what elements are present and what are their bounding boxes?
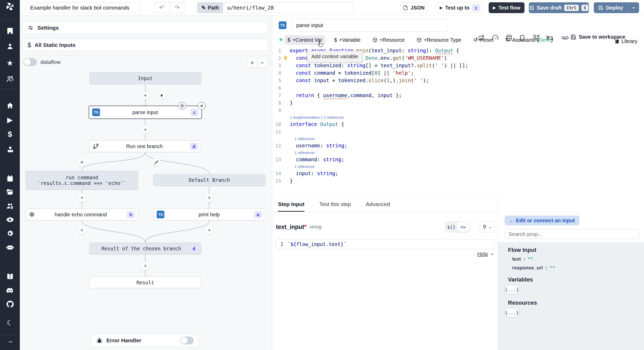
eye-icon[interactable] (0, 214, 20, 225)
gear-icon[interactable] (0, 228, 20, 239)
lightbulb-icon[interactable] (283, 56, 288, 61)
redo-button[interactable]: ↷ (170, 2, 185, 13)
library-button[interactable]: Library (611, 37, 640, 46)
code-line-4[interactable]: 4 const command = tokenized[0] || 'help'… (272, 69, 644, 77)
dollar-icon[interactable]: $ (0, 129, 20, 140)
flow-node-run-one-branch[interactable]: Run one branch d (89, 140, 201, 152)
remove-branch-button[interactable]: ✕ (78, 158, 86, 166)
code-line-7[interactable]: 7 return { username,command, input }; (272, 92, 644, 99)
assistants-button[interactable]: ↻Assistants (Deno) (502, 35, 556, 45)
flow-title-input[interactable]: Example handler for slack bot commands (26, 2, 140, 13)
code-line-9[interactable]: 9 (272, 107, 644, 114)
error-handler-toggle[interactable] (180, 337, 194, 344)
undo-button[interactable]: ↶ (154, 2, 170, 13)
trigger-step-button[interactable] (158, 91, 166, 100)
help-link[interactable]: Help (467, 251, 495, 257)
template-mode-button[interactable]: ${} (445, 222, 457, 232)
line-number: 7 (272, 93, 281, 98)
sidebar-divider (0, 335, 20, 335)
insert-step-button[interactable]: + (141, 126, 149, 134)
variables-expand-button[interactable]: {...} (505, 285, 519, 294)
flow-node-default-branch[interactable]: Default Branch (153, 174, 265, 186)
test-up-to-button[interactable]: ▶ Test up to c (437, 2, 483, 13)
insert-step-button[interactable]: + (141, 91, 149, 100)
code-line-10[interactable]: 10interface Output { (272, 121, 644, 128)
code-line-12[interactable]: 12 username: string; (272, 142, 644, 149)
insert-step-button[interactable]: + (205, 226, 213, 234)
deploy-dropdown-button[interactable] (628, 2, 639, 13)
flow-node-result-of-chosen-branch[interactable]: Result of the chosen branch d (89, 243, 201, 254)
codelens[interactable]: 1 implementation | 1 reference (272, 114, 644, 121)
close-icon: ✕ (80, 160, 84, 165)
codelens[interactable]: 1 reference (272, 163, 644, 170)
play-icon[interactable]: ▶ (0, 114, 20, 125)
flow-node-input[interactable]: Input (89, 72, 201, 84)
moon-icon[interactable]: ☾ (0, 317, 20, 328)
folder-open-icon[interactable] (0, 186, 20, 198)
building-icon[interactable] (0, 25, 20, 37)
insert-step-button[interactable]: + (141, 262, 149, 270)
flow-node-parse-input[interactable]: TS parse input c ✕ (89, 106, 202, 119)
arrow-right-icon[interactable]: → (0, 335, 20, 346)
delete-step-button[interactable]: ✕ (198, 102, 206, 110)
codelens[interactable]: 1 reference (272, 149, 644, 156)
code-editor[interactable]: 1export async function main(text_input: … (272, 47, 644, 185)
test-flow-button[interactable]: ▶ Test flow (489, 2, 524, 13)
add-branch-button[interactable] (152, 158, 160, 166)
resource-type-button[interactable]: +Resource Type (413, 35, 464, 45)
code-mode-button[interactable]: <> (457, 222, 469, 232)
code-line-15[interactable]: 15} (272, 177, 644, 185)
resources-expand-button[interactable]: {...} (505, 308, 519, 317)
tab-advanced[interactable]: Advanced (366, 197, 390, 212)
code-line-3[interactable]: 3 const tokenized: string[] = text_input… (272, 62, 644, 69)
tab-test-this-step[interactable]: Test this step (319, 197, 351, 212)
save-draft-button[interactable]: Save draft CtrlS (529, 2, 589, 13)
code-line-14[interactable]: 14 input: string; (272, 170, 644, 177)
step-name-input[interactable]: parse input (292, 19, 448, 32)
code-line-8[interactable]: 8} (272, 99, 644, 107)
required-mark: * (304, 224, 307, 230)
insert-step-button[interactable]: + (78, 226, 86, 234)
flow-node-handle-echo-command[interactable]: ✻ handle echo command h (26, 209, 138, 220)
user-icon[interactable] (0, 41, 20, 52)
tab-step-input[interactable]: Step Input (278, 197, 304, 212)
code-line-11[interactable]: 11 (272, 128, 644, 135)
flow-input-entry-text[interactable]: text:"" (512, 256, 533, 262)
book-icon[interactable] (0, 271, 20, 282)
discord-icon[interactable] (0, 285, 20, 296)
code-line-13[interactable]: 13 command: string; (272, 156, 644, 163)
github-icon[interactable] (0, 298, 20, 310)
close-icon: ✕ (200, 104, 203, 108)
reset-button[interactable]: ↺Reset (470, 35, 497, 45)
code-line-5[interactable]: 5 const input = tokenized.slice(1,).join… (272, 77, 644, 84)
connect-input-button[interactable]: → (480, 221, 495, 233)
flow-node-print-help[interactable]: TS print help e (153, 209, 265, 220)
flow-node-run-command-branch[interactable]: run command `results.c.command === 'echo… (26, 171, 138, 190)
search-prop-input[interactable] (505, 229, 639, 239)
home-icon[interactable] (0, 100, 20, 111)
error-handler-row[interactable]: Error Handler (91, 334, 199, 347)
resource-button[interactable]: +Resource (369, 35, 408, 45)
variable-button[interactable]: $+Variable (331, 35, 364, 45)
users-cog-icon[interactable] (0, 200, 20, 212)
path-field[interactable]: ✎Path u/henri/flow_28 (197, 2, 353, 13)
expression-input[interactable]: 1 `${flow_input.text}` (276, 239, 495, 249)
robot-icon[interactable] (0, 242, 20, 253)
edit-connect-input-button[interactable]: ← Edit or connect an input (505, 216, 579, 225)
codelens[interactable]: 1 reference (272, 135, 644, 142)
json-button[interactable]: JSON (400, 2, 427, 13)
package-icon (372, 37, 378, 42)
insert-step-button[interactable]: + (205, 194, 213, 202)
users-icon[interactable] (0, 73, 20, 84)
insert-step-button[interactable]: + (78, 194, 86, 202)
deploy-button[interactable]: Deploy (594, 2, 628, 13)
code-line-6[interactable]: 6 (272, 84, 644, 92)
windmill-logo-icon[interactable] (0, 1, 20, 12)
voicemail-icon[interactable] (562, 34, 569, 41)
boxes-icon[interactable] (0, 144, 20, 155)
calendar-icon[interactable] (0, 173, 20, 184)
flow-node-result[interactable]: Result (89, 277, 201, 288)
flow-input-entry-response_url[interactable]: response_url:"" (512, 265, 555, 271)
move-step-button[interactable] (178, 102, 186, 110)
star-icon[interactable]: ★ (0, 57, 20, 69)
